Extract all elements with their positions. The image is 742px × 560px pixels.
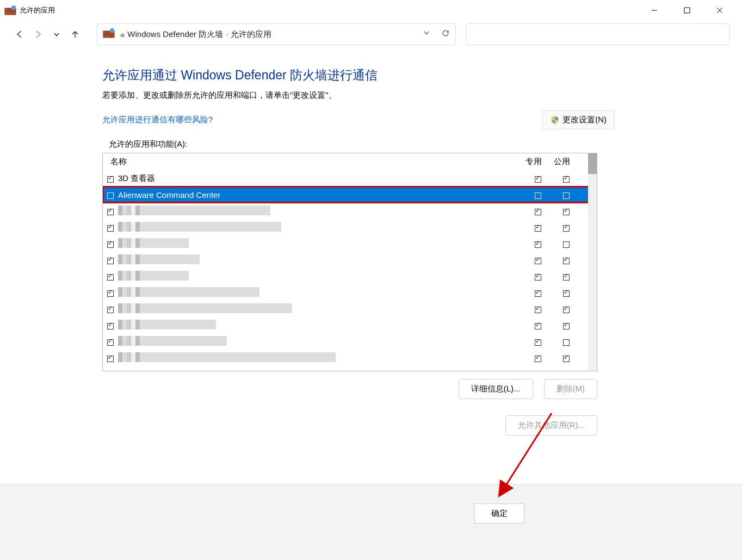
checkbox[interactable]	[107, 339, 114, 346]
col-name[interactable]: 名称	[107, 157, 520, 167]
table-row[interactable]	[103, 317, 597, 333]
maximize-button[interactable]	[679, 2, 695, 18]
table-row[interactable]: Alienware Command Center	[103, 186, 597, 203]
shield-icon	[551, 116, 559, 125]
table-row[interactable]	[103, 203, 597, 219]
navbar: « Windows Defender 防火墙 › 允许的应用	[0, 21, 742, 48]
checkbox[interactable]	[535, 290, 541, 297]
checkbox[interactable]	[535, 323, 541, 329]
up-button[interactable]	[67, 27, 83, 42]
svg-point-4	[11, 5, 16, 10]
checkbox[interactable]	[107, 307, 114, 313]
titlebar: 允许的应用	[0, 0, 742, 21]
table-row[interactable]	[103, 219, 597, 235]
checkbox[interactable]	[563, 339, 570, 346]
checkbox[interactable]	[563, 192, 570, 199]
apps-list: 名称 专用 公用 3D 查看器Alienware Command Center	[102, 153, 597, 371]
checkbox[interactable]	[535, 192, 541, 199]
checkbox[interactable]	[107, 274, 114, 281]
checkbox[interactable]	[107, 176, 114, 183]
app-name: Alienware Command Center	[118, 190, 220, 200]
breadcrumb-dots[interactable]: «	[120, 30, 125, 39]
table-row[interactable]	[103, 333, 597, 350]
checkbox[interactable]	[535, 307, 541, 313]
table-row[interactable]	[103, 252, 597, 268]
checkbox[interactable]	[563, 356, 570, 362]
checkbox[interactable]	[563, 258, 570, 264]
table-row[interactable]	[103, 268, 597, 284]
table-row[interactable]	[103, 235, 597, 252]
chevron-right-icon: ›	[226, 31, 228, 38]
checkbox[interactable]	[107, 258, 114, 264]
checkbox[interactable]	[107, 192, 114, 199]
checkbox[interactable]	[535, 209, 541, 215]
checkbox[interactable]	[563, 274, 570, 281]
checkbox[interactable]	[563, 323, 570, 329]
back-button[interactable]	[12, 27, 27, 42]
change-settings-button[interactable]: 更改设置(N)	[542, 110, 615, 129]
page-subtitle: 若要添加、更改或删除所允许的应用和端口，请单击"更改设置"。	[102, 90, 615, 101]
checkbox[interactable]	[535, 241, 541, 248]
checkbox[interactable]	[563, 241, 570, 248]
svg-point-13	[110, 28, 114, 33]
app-name-blurred	[118, 352, 336, 362]
delete-button[interactable]: 删除(M)	[544, 379, 598, 399]
checkbox[interactable]	[535, 339, 541, 346]
checkbox[interactable]	[107, 209, 114, 215]
app-name-blurred	[118, 271, 189, 281]
checkbox[interactable]	[535, 274, 541, 281]
scrollbar[interactable]	[588, 153, 597, 371]
ok-button[interactable]: 确定	[474, 503, 524, 524]
recent-dropdown[interactable]	[49, 27, 64, 42]
address-icon	[103, 28, 115, 41]
address-bar[interactable]: « Windows Defender 防火墙 › 允许的应用	[97, 23, 456, 45]
content: 允许应用通过 Windows Defender 防火墙进行通信 若要添加、更改或…	[0, 48, 615, 435]
allow-other-app-button[interactable]: 允许其他应用(R)...	[505, 415, 597, 435]
table-row[interactable]	[103, 350, 597, 366]
checkbox[interactable]	[535, 225, 541, 232]
app-name-blurred	[118, 222, 281, 232]
checkbox[interactable]	[107, 323, 114, 329]
col-public[interactable]: 公用	[548, 157, 576, 167]
scrollbar-thumb[interactable]	[588, 153, 597, 174]
breadcrumb-seg-1[interactable]: Windows Defender 防火墙	[127, 29, 223, 40]
col-private[interactable]: 专用	[520, 157, 548, 167]
checkbox[interactable]	[107, 241, 114, 248]
app-name-blurred	[118, 287, 259, 297]
risk-link[interactable]: 允许应用进行通信有哪些风险?	[102, 115, 213, 125]
app-name-blurred	[118, 206, 270, 215]
table-row[interactable]	[103, 284, 597, 301]
group-label: 允许的应用和功能(A):	[102, 139, 615, 150]
checkbox[interactable]	[107, 290, 114, 297]
minimize-button[interactable]	[646, 2, 663, 18]
forward-button[interactable]	[30, 27, 46, 42]
checkbox[interactable]	[563, 176, 570, 183]
checkbox[interactable]	[535, 258, 541, 264]
checkbox[interactable]	[563, 290, 570, 297]
checkbox[interactable]	[563, 225, 570, 232]
refresh-icon[interactable]	[441, 29, 450, 40]
list-header: 名称 专用 公用	[103, 153, 597, 170]
checkbox[interactable]	[563, 307, 570, 313]
table-row[interactable]	[103, 301, 597, 317]
app-name-blurred	[118, 238, 189, 248]
app-name-blurred	[118, 320, 216, 329]
svg-rect-6	[684, 8, 690, 13]
dropdown-icon[interactable]	[423, 29, 430, 40]
checkbox[interactable]	[535, 356, 541, 362]
checkbox[interactable]	[107, 225, 114, 232]
breadcrumb-seg-2[interactable]: 允许的应用	[231, 29, 271, 40]
app-icon	[4, 5, 15, 16]
checkbox[interactable]	[535, 176, 541, 183]
details-button[interactable]: 详细信息(L)...	[459, 379, 533, 399]
table-row[interactable]: 3D 查看器	[103, 170, 597, 186]
app-name-blurred	[118, 303, 292, 313]
app-name-blurred	[118, 254, 200, 264]
app-name-blurred	[118, 336, 227, 346]
checkbox[interactable]	[107, 356, 114, 362]
page-title: 允许应用通过 Windows Defender 防火墙进行通信	[102, 67, 615, 84]
app-name: 3D 查看器	[118, 173, 155, 183]
checkbox[interactable]	[563, 209, 570, 215]
search-box[interactable]	[466, 23, 730, 45]
close-button[interactable]	[712, 2, 728, 18]
